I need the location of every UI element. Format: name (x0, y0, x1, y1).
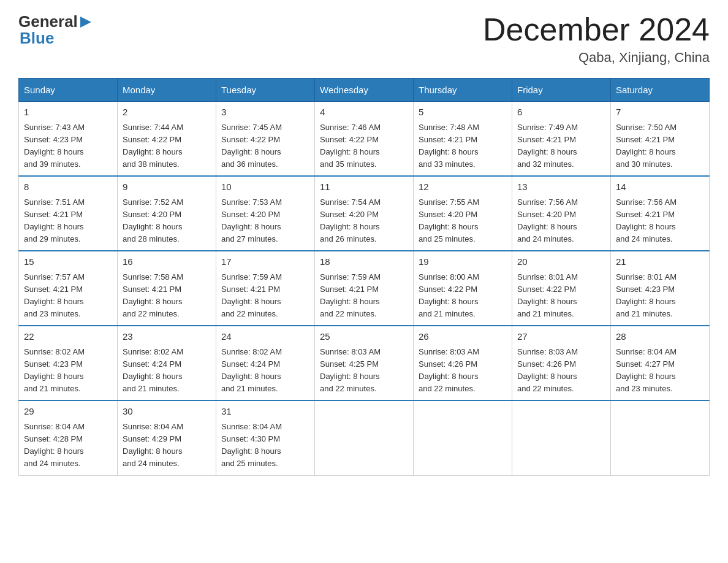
calendar-cell: 31Sunrise: 8:04 AMSunset: 4:30 PMDayligh… (216, 400, 315, 475)
day-info: Sunrise: 7:50 AMSunset: 4:21 PMDaylight:… (616, 123, 677, 169)
day-info: Sunrise: 8:02 AMSunset: 4:24 PMDaylight:… (123, 347, 183, 393)
day-number: 2 (123, 105, 211, 120)
logo-blue-part (78, 15, 93, 29)
header-friday: Friday (512, 79, 611, 102)
day-number: 19 (419, 255, 507, 269)
day-info: Sunrise: 7:43 AMSunset: 4:23 PMDaylight:… (24, 123, 85, 169)
day-info: Sunrise: 7:57 AMSunset: 4:21 PMDaylight:… (24, 272, 85, 318)
day-info: Sunrise: 7:44 AMSunset: 4:22 PMDaylight:… (123, 123, 183, 169)
header-monday: Monday (118, 79, 216, 102)
day-number: 9 (123, 180, 211, 194)
week-row-3: 15Sunrise: 7:57 AMSunset: 4:21 PMDayligh… (19, 251, 710, 326)
calendar-cell: 8Sunrise: 7:51 AMSunset: 4:21 PMDaylight… (19, 176, 118, 251)
day-info: Sunrise: 7:48 AMSunset: 4:21 PMDaylight:… (419, 123, 479, 169)
location-title: Qaba, Xinjiang, China (483, 50, 710, 66)
day-info: Sunrise: 7:58 AMSunset: 4:21 PMDaylight:… (123, 272, 183, 318)
calendar-cell: 25Sunrise: 8:03 AMSunset: 4:25 PMDayligh… (315, 326, 414, 400)
day-number: 7 (616, 105, 704, 120)
calendar-cell (414, 400, 512, 475)
day-number: 20 (517, 255, 605, 269)
day-number: 1 (24, 105, 112, 120)
calendar-cell: 7Sunrise: 7:50 AMSunset: 4:21 PMDaylight… (611, 102, 710, 177)
calendar-cell: 1Sunrise: 7:43 AMSunset: 4:23 PMDaylight… (19, 102, 118, 177)
calendar-cell: 2Sunrise: 7:44 AMSunset: 4:22 PMDaylight… (118, 102, 216, 177)
day-number: 6 (517, 105, 605, 120)
calendar-cell: 5Sunrise: 7:48 AMSunset: 4:21 PMDaylight… (414, 102, 512, 177)
day-info: Sunrise: 7:53 AMSunset: 4:20 PMDaylight:… (221, 197, 282, 243)
day-info: Sunrise: 8:04 AMSunset: 4:28 PMDaylight:… (24, 422, 85, 468)
day-info: Sunrise: 7:46 AMSunset: 4:22 PMDaylight:… (320, 123, 381, 169)
calendar-cell: 30Sunrise: 8:04 AMSunset: 4:29 PMDayligh… (118, 400, 216, 475)
day-number: 13 (517, 180, 605, 194)
calendar-cell (512, 400, 611, 475)
day-number: 28 (616, 330, 704, 344)
day-number: 5 (419, 105, 507, 120)
day-number: 4 (320, 105, 408, 120)
calendar-cell: 26Sunrise: 8:03 AMSunset: 4:26 PMDayligh… (414, 326, 512, 400)
day-number: 16 (123, 255, 211, 269)
calendar-cell: 21Sunrise: 8:01 AMSunset: 4:23 PMDayligh… (611, 251, 710, 326)
day-info: Sunrise: 7:55 AMSunset: 4:20 PMDaylight:… (419, 197, 479, 243)
day-number: 29 (24, 405, 112, 419)
header-sunday: Sunday (19, 79, 118, 102)
day-info: Sunrise: 8:00 AMSunset: 4:22 PMDaylight:… (419, 272, 479, 318)
day-number: 8 (24, 180, 112, 194)
day-number: 14 (616, 180, 704, 194)
calendar-cell: 27Sunrise: 8:03 AMSunset: 4:26 PMDayligh… (512, 326, 611, 400)
day-number: 23 (123, 330, 211, 344)
calendar-cell: 6Sunrise: 7:49 AMSunset: 4:21 PMDaylight… (512, 102, 611, 177)
calendar-cell: 17Sunrise: 7:59 AMSunset: 4:21 PMDayligh… (216, 251, 315, 326)
day-info: Sunrise: 8:01 AMSunset: 4:22 PMDaylight:… (517, 272, 578, 318)
day-info: Sunrise: 7:56 AMSunset: 4:20 PMDaylight:… (517, 197, 578, 243)
day-number: 17 (221, 255, 309, 269)
logo-blue-label: Blue (20, 29, 54, 48)
day-number: 26 (419, 330, 507, 344)
day-number: 27 (517, 330, 605, 344)
day-info: Sunrise: 7:59 AMSunset: 4:21 PMDaylight:… (221, 272, 282, 318)
calendar-cell: 13Sunrise: 7:56 AMSunset: 4:20 PMDayligh… (512, 176, 611, 251)
calendar-cell: 23Sunrise: 8:02 AMSunset: 4:24 PMDayligh… (118, 326, 216, 400)
title-block: December 2024 Qaba, Xinjiang, China (483, 12, 710, 66)
day-info: Sunrise: 7:51 AMSunset: 4:21 PMDaylight:… (24, 197, 85, 243)
day-info: Sunrise: 7:49 AMSunset: 4:21 PMDaylight:… (517, 123, 578, 169)
day-info: Sunrise: 8:04 AMSunset: 4:30 PMDaylight:… (221, 422, 282, 468)
calendar-cell: 3Sunrise: 7:45 AMSunset: 4:22 PMDaylight… (216, 102, 315, 177)
day-number: 24 (221, 330, 309, 344)
week-row-2: 8Sunrise: 7:51 AMSunset: 4:21 PMDaylight… (19, 176, 710, 251)
calendar-cell: 28Sunrise: 8:04 AMSunset: 4:27 PMDayligh… (611, 326, 710, 400)
calendar-cell: 16Sunrise: 7:58 AMSunset: 4:21 PMDayligh… (118, 251, 216, 326)
calendar-cell: 22Sunrise: 8:02 AMSunset: 4:23 PMDayligh… (19, 326, 118, 400)
day-number: 31 (221, 405, 309, 419)
day-info: Sunrise: 7:45 AMSunset: 4:22 PMDaylight:… (221, 123, 282, 169)
header-thursday: Thursday (414, 79, 512, 102)
day-info: Sunrise: 7:54 AMSunset: 4:20 PMDaylight:… (320, 197, 381, 243)
week-row-1: 1Sunrise: 7:43 AMSunset: 4:23 PMDaylight… (19, 102, 710, 177)
day-number: 11 (320, 180, 408, 194)
header-saturday: Saturday (611, 79, 710, 102)
day-info: Sunrise: 8:03 AMSunset: 4:26 PMDaylight:… (419, 347, 479, 393)
calendar-header-row: SundayMondayTuesdayWednesdayThursdayFrid… (19, 79, 710, 102)
calendar-cell: 19Sunrise: 8:00 AMSunset: 4:22 PMDayligh… (414, 251, 512, 326)
day-number: 30 (123, 405, 211, 419)
calendar-cell: 11Sunrise: 7:54 AMSunset: 4:20 PMDayligh… (315, 176, 414, 251)
day-number: 22 (24, 330, 112, 344)
day-number: 3 (221, 105, 309, 120)
logo: General Blue (18, 12, 93, 48)
logo-flag-icon (79, 15, 93, 29)
day-number: 25 (320, 330, 408, 344)
day-info: Sunrise: 8:02 AMSunset: 4:24 PMDaylight:… (221, 347, 282, 393)
day-info: Sunrise: 7:52 AMSunset: 4:20 PMDaylight:… (123, 197, 183, 243)
day-info: Sunrise: 8:02 AMSunset: 4:23 PMDaylight:… (24, 347, 85, 393)
day-info: Sunrise: 8:03 AMSunset: 4:26 PMDaylight:… (517, 347, 578, 393)
header-tuesday: Tuesday (216, 79, 315, 102)
calendar-cell: 15Sunrise: 7:57 AMSunset: 4:21 PMDayligh… (19, 251, 118, 326)
week-row-5: 29Sunrise: 8:04 AMSunset: 4:28 PMDayligh… (19, 400, 710, 475)
calendar-cell: 10Sunrise: 7:53 AMSunset: 4:20 PMDayligh… (216, 176, 315, 251)
day-number: 10 (221, 180, 309, 194)
calendar-cell: 9Sunrise: 7:52 AMSunset: 4:20 PMDaylight… (118, 176, 216, 251)
day-info: Sunrise: 8:01 AMSunset: 4:23 PMDaylight:… (616, 272, 677, 318)
calendar-cell: 4Sunrise: 7:46 AMSunset: 4:22 PMDaylight… (315, 102, 414, 177)
day-info: Sunrise: 8:04 AMSunset: 4:29 PMDaylight:… (123, 422, 183, 468)
calendar-cell: 12Sunrise: 7:55 AMSunset: 4:20 PMDayligh… (414, 176, 512, 251)
day-info: Sunrise: 8:04 AMSunset: 4:27 PMDaylight:… (616, 347, 677, 393)
